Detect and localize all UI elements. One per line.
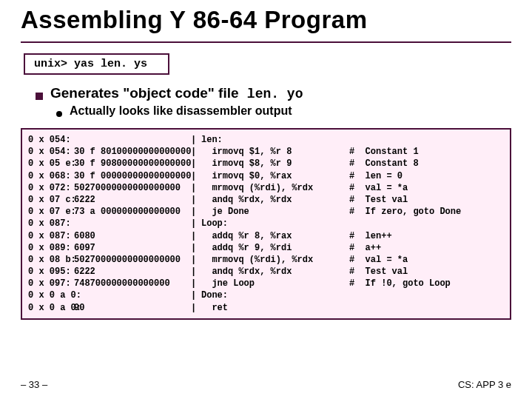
code-comment: [349, 302, 504, 314]
code-separator: |: [191, 182, 201, 194]
code-separator: |: [191, 230, 201, 242]
code-addr: 0 x 07 e:: [28, 206, 74, 218]
code-row: 0 x 07 c:6222| andq %rdx, %rdx# Test val: [28, 194, 504, 206]
code-separator: |: [191, 254, 201, 266]
code-comment: # Test val: [349, 194, 504, 206]
code-row: 0 x 087:|Loop:: [28, 218, 504, 229]
bullet-level2: Actually looks like disassembler output: [56, 104, 511, 118]
code-separator: |: [191, 266, 201, 278]
code-addr: 0 x 087:: [28, 218, 74, 229]
code-row: 0 x 068:30 f 00000000000000000| irmovq $…: [28, 170, 504, 182]
code-addr: 0 x 068:: [28, 170, 74, 182]
code-addr: 0 x 08 b:: [28, 254, 74, 266]
code-asm: mrmovq (%rdi), %rdx: [201, 182, 349, 194]
bullet-level1: Generates "object code" file len. yo: [36, 85, 511, 101]
bullet2-text: Actually looks like disassembler output: [70, 104, 292, 118]
code-separator: |: [191, 206, 201, 218]
code-addr: 0 x 089:: [28, 242, 74, 254]
code-bytes: [74, 289, 191, 301]
slide-title: Assembling Y 86-64 Program: [21, 6, 511, 34]
code-asm: addq %r 8, %rax: [201, 230, 349, 242]
code-asm: addq %r 9, %rdi: [201, 242, 349, 254]
code-bytes: 30 f 00000000000000000: [74, 170, 191, 182]
code-bytes: 30 f 80100000000000000: [74, 146, 191, 158]
code-row: 0 x 05 e:30 f 90800000000000000| irmovq …: [28, 158, 504, 170]
code-separator: |: [191, 146, 201, 158]
code-row: 0 x 089:6097| addq %r 9, %rdi# a++: [28, 242, 504, 254]
code-separator: |: [191, 278, 201, 289]
code-addr: 0 x 087:: [28, 230, 74, 242]
code-bytes: 73 a 000000000000000: [74, 206, 191, 218]
code-comment: # If !0, goto Loop: [349, 278, 504, 289]
code-row: 0 x 097:748700000000000000| jne Loop# If…: [28, 278, 504, 289]
code-asm: irmovq $8, %r 9: [201, 158, 349, 170]
code-separator: |: [191, 242, 201, 254]
code-comment: # Constant 8: [349, 158, 504, 170]
code-asm: jne Loop: [201, 278, 349, 289]
bullet1-mono: len. yo: [247, 87, 303, 101]
code-addr: 0 x 095:: [28, 266, 74, 278]
code-asm: je Done: [201, 206, 349, 218]
circle-bullet-icon: [56, 111, 62, 117]
code-bytes: 50270000000000000000: [74, 254, 191, 266]
course-label: CS: APP 3 e: [458, 379, 511, 390]
code-row: 0 x 08 b:50270000000000000000| mrmovq (%…: [28, 254, 504, 266]
square-bullet-icon: [36, 93, 43, 100]
footer: – 33 – CS: APP 3 e: [21, 379, 511, 390]
code-comment: # Constant 1: [349, 146, 504, 158]
code-asm: ret: [201, 302, 349, 314]
code-separator: |: [191, 218, 201, 229]
code-comment: # val = *a: [349, 254, 504, 266]
code-row: 0 x 087:6080| addq %r 8, %rax# len++: [28, 230, 504, 242]
command-box: unix> yas len. ys: [24, 53, 169, 75]
code-comment: # len = 0: [349, 170, 504, 182]
code-row: 0 x 0 a 0:|Done:: [28, 289, 504, 301]
code-comment: # val = *a: [349, 182, 504, 194]
command-text: unix> yas len. ys: [34, 58, 147, 70]
code-addr: 0 x 05 e:: [28, 158, 74, 170]
code-comment: # len++: [349, 230, 504, 242]
code-asm: mrmovq (%rdi), %rdx: [201, 254, 349, 266]
code-row: 0 x 07 e:73 a 000000000000000| je Done# …: [28, 206, 504, 218]
code-row: 0 x 095:6222| andq %rdx, %rdx# Test val: [28, 266, 504, 278]
code-comment: [349, 289, 504, 301]
code-comment: # Test val: [349, 266, 504, 278]
bullet1-pre: Generates "object code" file: [50, 85, 243, 101]
code-comment: [349, 218, 504, 229]
code-addr: 0 x 072:: [28, 182, 74, 194]
code-asm: irmovq $1, %r 8: [201, 146, 349, 158]
code-bytes: 748700000000000000: [74, 278, 191, 289]
code-separator: |: [191, 134, 201, 146]
page-number: – 33 –: [21, 379, 47, 390]
code-bytes: 6222: [74, 194, 191, 206]
code-block: 0 x 054:|len:0 x 054:30 f 80100000000000…: [21, 128, 511, 320]
code-asm: andq %rdx, %rdx: [201, 194, 349, 206]
code-row: 0 x 072:50270000000000000000| mrmovq (%r…: [28, 182, 504, 194]
code-comment: # If zero, goto Done: [349, 206, 504, 218]
bullet-list: Generates "object code" file len. yo Act…: [36, 85, 511, 118]
code-bytes: [74, 134, 191, 146]
code-bytes: 90: [74, 302, 191, 314]
code-bytes: 30 f 90800000000000000: [74, 158, 191, 170]
code-asm: irmovq $0, %rax: [201, 170, 349, 182]
code-comment: # a++: [349, 242, 504, 254]
code-row: 0 x 0 a 0:90| ret: [28, 302, 504, 314]
slide: Assembling Y 86-64 Program unix> yas len…: [0, 0, 532, 399]
code-addr: 0 x 097:: [28, 278, 74, 289]
code-bytes: 50270000000000000000: [74, 182, 191, 194]
code-separator: |: [191, 158, 201, 170]
code-bytes: 6222: [74, 266, 191, 278]
code-asm: len:: [201, 134, 349, 146]
title-rule: [21, 41, 511, 43]
code-separator: |: [191, 194, 201, 206]
code-addr: 0 x 054:: [28, 134, 74, 146]
code-separator: |: [191, 289, 201, 301]
code-asm: andq %rdx, %rdx: [201, 266, 349, 278]
code-comment: [349, 134, 504, 146]
code-bytes: [74, 218, 191, 229]
code-separator: |: [191, 302, 201, 314]
code-asm: Done:: [201, 289, 349, 301]
code-bytes: 6097: [74, 242, 191, 254]
code-bytes: 6080: [74, 230, 191, 242]
code-separator: |: [191, 170, 201, 182]
